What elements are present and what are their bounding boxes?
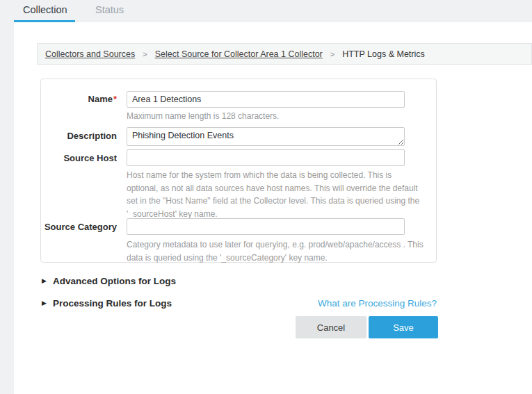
breadcrumb-separator: > xyxy=(143,50,147,58)
name-input[interactable] xyxy=(127,91,405,108)
processing-rules-title: Processing Rules for Logs xyxy=(53,298,172,309)
source-category-helper-text: Category metadata to use later for query… xyxy=(127,238,431,264)
source-host-helper-text: Host name for the system from which the … xyxy=(127,169,431,220)
breadcrumb-link-select-source[interactable]: Select Source for Collector Area 1 Colle… xyxy=(155,49,323,59)
source-config-card: Name* Maximum name length is 128 charact… xyxy=(40,79,437,263)
source-category-label: Source Category xyxy=(41,222,117,233)
save-button[interactable]: Save xyxy=(369,316,438,338)
description-textarea[interactable]: Phishing Detection Events xyxy=(127,127,405,146)
collapsed-caret-icon: ▶ xyxy=(42,300,47,306)
advanced-options-section-toggle[interactable]: ▶ Advanced Options for Logs xyxy=(42,276,176,286)
app-window: Collection Status Collectors and Sources… xyxy=(0,0,532,394)
breadcrumb-separator: > xyxy=(330,50,334,58)
breadcrumb-current-page: HTTP Logs & Metrics xyxy=(342,49,425,59)
what-are-processing-rules-link[interactable]: What are Processing Rules? xyxy=(318,298,437,309)
cancel-button[interactable]: Cancel xyxy=(296,316,366,338)
main-content: Collectors and Sources > Select Source f… xyxy=(14,22,532,394)
source-host-label: Source Host xyxy=(41,153,117,164)
tab-status[interactable]: Status xyxy=(95,4,124,15)
name-label: Name* xyxy=(41,94,117,105)
required-asterisk: * xyxy=(113,94,117,104)
tab-collection[interactable]: Collection xyxy=(23,4,67,15)
collapsed-caret-icon: ▶ xyxy=(42,278,47,284)
processing-rules-section-toggle[interactable]: ▶ Processing Rules for Logs xyxy=(42,298,172,309)
description-label: Description xyxy=(41,131,117,142)
source-category-input[interactable] xyxy=(127,218,405,235)
name-label-text: Name xyxy=(88,94,113,104)
advanced-options-title: Advanced Options for Logs xyxy=(53,276,176,286)
breadcrumb: Collectors and Sources > Select Source f… xyxy=(37,43,532,65)
name-helper-text: Maximum name length is 128 characters. xyxy=(127,110,431,123)
breadcrumb-link-collectors-and-sources[interactable]: Collectors and Sources xyxy=(45,49,135,59)
source-host-input[interactable] xyxy=(127,149,405,166)
